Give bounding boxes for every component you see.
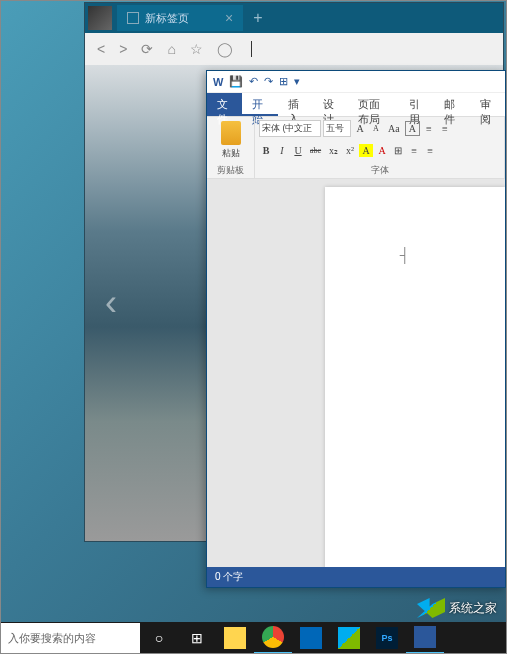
subscript-button[interactable]: x₂: [326, 144, 341, 157]
chrome-icon: [262, 626, 284, 648]
paste-icon: [221, 121, 241, 145]
tab-home[interactable]: 开始: [242, 93, 277, 116]
refresh-button[interactable]: ⟳: [141, 41, 153, 57]
redo-icon[interactable]: ↷: [264, 75, 273, 88]
font-size-select[interactable]: 五号: [323, 120, 351, 137]
tab-review[interactable]: 审阅: [470, 93, 505, 116]
calculator-icon: [300, 627, 322, 649]
home-button[interactable]: ⌂: [167, 41, 175, 57]
carousel-prev-icon[interactable]: ‹: [105, 282, 117, 324]
word-count-label[interactable]: 0 个字: [215, 570, 243, 584]
bullets-button[interactable]: ≡: [422, 122, 436, 135]
taskview-icon: ⊞: [191, 630, 203, 646]
text-cursor-icon: ┤: [400, 247, 414, 261]
clear-format-button[interactable]: A: [405, 121, 420, 136]
watermark-logo-icon: [417, 598, 445, 618]
undo-icon[interactable]: ↶: [249, 75, 258, 88]
taskbar-app-calculator[interactable]: [292, 622, 330, 654]
italic-button[interactable]: I: [275, 144, 289, 157]
new-tab-button[interactable]: +: [243, 9, 272, 27]
paste-label: 粘贴: [222, 147, 240, 160]
search-placeholder: 入你要搜索的内容: [8, 631, 96, 646]
watermark-text: 系统之家: [449, 600, 497, 617]
highlight-button[interactable]: A: [359, 144, 373, 157]
font-color-button[interactable]: A: [375, 144, 389, 157]
tab-close-button[interactable]: ×: [225, 10, 233, 26]
shrink-font-button[interactable]: A: [369, 123, 383, 134]
sticky-notes-icon: [224, 627, 246, 649]
taskview-button[interactable]: ⊞: [178, 622, 216, 654]
browser-tabbar: 新标签页 × +: [85, 3, 503, 33]
touch-mode-icon[interactable]: ⊞: [279, 75, 288, 88]
tab-file[interactable]: 文件: [207, 93, 242, 116]
tab-mailings[interactable]: 邮件: [434, 93, 469, 116]
clipboard-group-label: 剪贴板: [211, 164, 250, 178]
numbering-button[interactable]: ≡: [438, 122, 452, 135]
taskbar-app-chrome[interactable]: [254, 622, 292, 654]
watermark: 系统之家: [417, 598, 497, 618]
font-name-select[interactable]: 宋体 (中文正: [259, 120, 321, 137]
superscript-button[interactable]: x²: [343, 144, 357, 157]
font-group-label: 字体: [259, 164, 500, 178]
ribbon: 粘贴 剪贴板 宋体 (中文正 五号 A A Aa A ≡ ≡ B I U abc…: [207, 117, 505, 179]
cortana-icon: ○: [155, 630, 163, 646]
taskbar-app-notes[interactable]: [216, 622, 254, 654]
quick-access-toolbar: W 💾 ↶ ↷ ⊞ ▾: [207, 71, 505, 93]
word-window: W 💾 ↶ ↷ ⊞ ▾ 文件 开始 插入 设计 页面布局 引用 邮件 审阅 粘贴…: [206, 70, 506, 588]
qat-more-icon[interactable]: ▾: [294, 75, 300, 88]
change-case-button[interactable]: Aa: [385, 122, 403, 135]
ribbon-tabs: 文件 开始 插入 设计 页面布局 引用 邮件 审阅: [207, 93, 505, 117]
tab-favicon-icon: [127, 12, 139, 24]
word-status-bar: 0 个字: [207, 567, 505, 587]
align-button[interactable]: ≡: [407, 144, 421, 157]
grow-font-button[interactable]: A: [353, 122, 367, 135]
tab-title: 新标签页: [145, 11, 189, 26]
taskbar-app-photoshop[interactable]: Ps: [368, 622, 406, 654]
ribbon-group-font: 宋体 (中文正 五号 A A Aa A ≡ ≡ B I U abc x₂ x² …: [255, 117, 505, 178]
tab-layout[interactable]: 页面布局: [348, 93, 399, 116]
ribbon-group-clipboard: 粘贴 剪贴板: [207, 117, 255, 178]
strike-button[interactable]: abc: [307, 145, 324, 156]
photoshop-icon: Ps: [376, 627, 398, 649]
avatar[interactable]: [88, 6, 112, 30]
cortana-button[interactable]: ○: [140, 622, 178, 654]
border-button[interactable]: ⊞: [391, 144, 405, 157]
windows-flag-icon: [338, 627, 360, 649]
underline-button[interactable]: U: [291, 144, 305, 157]
document-page[interactable]: ┤: [325, 187, 505, 567]
document-area[interactable]: ┤: [207, 179, 505, 567]
bold-button[interactable]: B: [259, 144, 273, 157]
paste-button[interactable]: 粘贴: [211, 120, 250, 160]
address-bar-cursor[interactable]: [251, 41, 252, 57]
taskbar: 入你要搜索的内容 ○ ⊞ Ps: [0, 622, 507, 654]
browser-toolbar: < > ⟳ ⌂ ☆ ◯: [85, 33, 503, 65]
browser-tab-active[interactable]: 新标签页 ×: [117, 5, 243, 31]
tab-references[interactable]: 引用: [399, 93, 434, 116]
indent-button[interactable]: ≡: [423, 144, 437, 157]
taskbar-app-word[interactable]: [406, 622, 444, 654]
word-icon: [414, 626, 436, 648]
forward-button[interactable]: >: [119, 41, 127, 57]
shield-button[interactable]: ◯: [217, 41, 233, 57]
back-button[interactable]: <: [97, 41, 105, 57]
taskbar-search-input[interactable]: 入你要搜索的内容: [0, 623, 140, 653]
word-app-icon[interactable]: W: [213, 76, 223, 88]
taskbar-app-windows[interactable]: [330, 622, 368, 654]
save-icon[interactable]: 💾: [229, 75, 243, 88]
tab-insert[interactable]: 插入: [278, 93, 313, 116]
favorite-button[interactable]: ☆: [190, 41, 203, 57]
tab-design[interactable]: 设计: [313, 93, 348, 116]
